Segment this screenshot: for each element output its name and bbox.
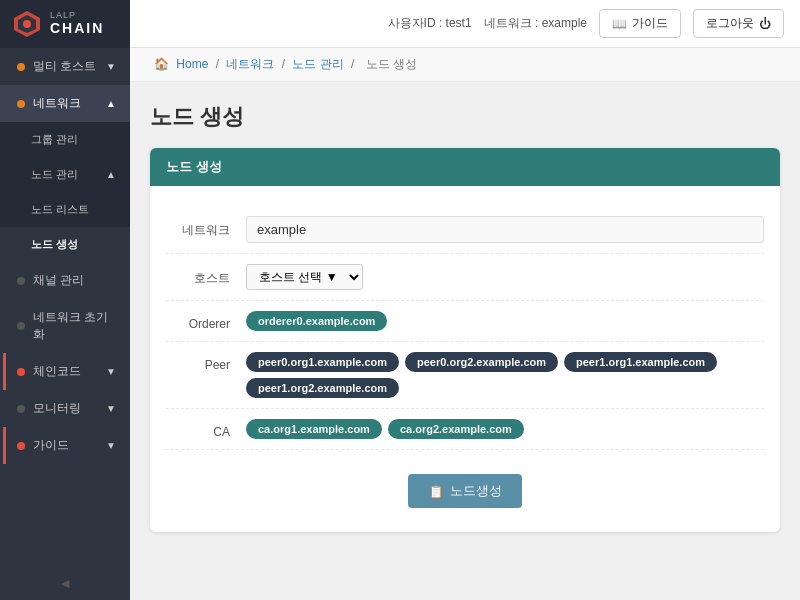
arrow-icon: ▼: [106, 366, 116, 377]
sidebar-item-node-list[interactable]: 노드 리스트: [0, 192, 130, 227]
dot-icon: [17, 63, 25, 71]
logo-text: LALP CHAIN: [50, 11, 104, 36]
peer-tags: peer0.org1.example.compeer0.org2.example…: [246, 352, 764, 398]
orderer-row: Orderer orderer0.example.com: [166, 301, 764, 342]
sidebar-label-channel-mgmt: 채널 관리: [33, 272, 84, 289]
power-icon: ⏻: [759, 17, 771, 31]
breadcrumb-home-icon: 🏠: [154, 57, 169, 71]
peer-tag[interactable]: peer1.org1.example.com: [564, 352, 717, 372]
sidebar-item-node-mgmt[interactable]: 노드 관리 ▲: [0, 157, 130, 192]
card-body: 네트워크 호스트 호스트 선택 ▼ Orderer: [150, 186, 780, 532]
sidebar-item-network[interactable]: 네트워크 ▲: [0, 85, 130, 122]
sidebar-item-channel-mgmt[interactable]: 채널 관리: [0, 262, 130, 299]
network-input[interactable]: [246, 216, 764, 243]
peer-tag[interactable]: peer0.org2.example.com: [405, 352, 558, 372]
breadcrumb-sep3: /: [351, 57, 358, 71]
breadcrumb-home[interactable]: Home: [176, 57, 208, 71]
node-create-btn-label: 노드생성: [450, 482, 502, 500]
sidebar-label-node-create: 노드 생성: [31, 237, 78, 252]
sidebar: LALP CHAIN 멀티 호스트 ▼ 네트워크 ▲ 그룹 관리 노드 관리 ▲…: [0, 0, 130, 600]
host-label: 호스트: [166, 264, 246, 287]
topbar-network: 네트워크 : example: [484, 15, 587, 32]
breadcrumb-node-create: 노드 생성: [366, 57, 417, 71]
ca-tag[interactable]: ca.org2.example.com: [388, 419, 524, 439]
dot-icon: [17, 100, 25, 108]
sidebar-label-guide: 가이드: [33, 437, 69, 454]
dot-icon: [17, 405, 25, 413]
network-label: 네트워크: [166, 216, 246, 239]
arrow-icon: ▲: [106, 98, 116, 109]
logout-button[interactable]: 로그아웃 ⏻: [693, 9, 784, 38]
network-row: 네트워크: [166, 206, 764, 254]
sidebar-item-multi-host[interactable]: 멀티 호스트 ▼: [0, 48, 130, 85]
content: 노드 생성 노드 생성 네트워크 호스트 호스트 선택 ▼: [130, 82, 800, 600]
arrow-icon: ▼: [106, 403, 116, 414]
topbar-user: 사용자ID : test1: [388, 15, 472, 32]
arrow-icon: ▲: [106, 169, 116, 180]
topbar: 사용자ID : test1 네트워크 : example 📖 가이드 로그아웃 …: [130, 0, 800, 48]
breadcrumb-sep1: /: [216, 57, 223, 71]
sidebar-label-multi-host: 멀티 호스트: [33, 58, 96, 75]
orderer-tags: orderer0.example.com: [246, 311, 764, 331]
ca-label: CA: [166, 419, 246, 439]
guide-btn-label: 가이드: [632, 15, 668, 32]
host-row: 호스트 호스트 선택 ▼: [166, 254, 764, 301]
breadcrumb-node-mgmt[interactable]: 노드 관리: [292, 57, 343, 71]
sidebar-node-submenu: 노드 리스트 노드 생성: [0, 192, 130, 262]
dot-icon: [17, 277, 25, 285]
sidebar-item-monitoring[interactable]: 모니터링 ▼: [0, 390, 130, 427]
dot-icon: [17, 442, 25, 450]
node-create-card: 노드 생성 네트워크 호스트 호스트 선택 ▼: [150, 148, 780, 532]
sidebar-item-chaincode[interactable]: 체인코드 ▼: [0, 353, 130, 390]
ca-tags: ca.org1.example.comca.org2.example.com: [246, 419, 764, 439]
peer-row: Peer peer0.org1.example.compeer0.org2.ex…: [166, 342, 764, 409]
main: 사용자ID : test1 네트워크 : example 📖 가이드 로그아웃 …: [130, 0, 800, 600]
peer-tag[interactable]: peer0.org1.example.com: [246, 352, 399, 372]
breadcrumb-network[interactable]: 네트워크: [226, 57, 274, 71]
svg-point-2: [23, 20, 31, 28]
sidebar-item-node-create[interactable]: 노드 생성: [0, 227, 130, 262]
sidebar-item-network-init[interactable]: 네트워크 초기화: [0, 299, 130, 353]
button-wrap: 📋 노드생성: [166, 450, 764, 508]
breadcrumb-sep2: /: [282, 57, 289, 71]
sidebar-label-network: 네트워크: [33, 95, 81, 112]
sidebar-label-network-init: 네트워크 초기화: [33, 309, 116, 343]
logo-icon: [12, 9, 42, 39]
orderer-tag[interactable]: orderer0.example.com: [246, 311, 387, 331]
sidebar-label-node-list: 노드 리스트: [31, 202, 89, 217]
node-create-icon: 📋: [428, 484, 444, 499]
sidebar-label-chaincode: 체인코드: [33, 363, 81, 380]
sidebar-item-guide[interactable]: 가이드 ▼: [0, 427, 130, 464]
card-header: 노드 생성: [150, 148, 780, 186]
sidebar-label-node-mgmt: 노드 관리: [31, 167, 78, 182]
breadcrumb: 🏠 Home / 네트워크 / 노드 관리 / 노드 생성: [130, 48, 800, 82]
network-control: [246, 216, 764, 243]
peer-tag[interactable]: peer1.org2.example.com: [246, 378, 399, 398]
sidebar-network-submenu: 그룹 관리 노드 관리 ▲ 노드 리스트 노드 생성: [0, 122, 130, 262]
sidebar-collapse-btn[interactable]: ◀: [0, 567, 130, 600]
guide-button[interactable]: 📖 가이드: [599, 9, 681, 38]
host-control: 호스트 선택 ▼: [246, 264, 764, 290]
logout-btn-label: 로그아웃: [706, 15, 754, 32]
node-create-button[interactable]: 📋 노드생성: [408, 474, 522, 508]
arrow-icon: ▼: [106, 440, 116, 451]
dot-icon: [17, 368, 25, 376]
page-title: 노드 생성: [150, 102, 780, 132]
sidebar-label-monitoring: 모니터링: [33, 400, 81, 417]
orderer-label: Orderer: [166, 311, 246, 331]
guide-icon: 📖: [612, 17, 627, 31]
sidebar-logo: LALP CHAIN: [0, 0, 130, 48]
ca-tag[interactable]: ca.org1.example.com: [246, 419, 382, 439]
sidebar-item-group-mgmt[interactable]: 그룹 관리: [0, 122, 130, 157]
logo-chain: CHAIN: [50, 21, 104, 36]
sidebar-label-group-mgmt: 그룹 관리: [31, 132, 78, 147]
arrow-icon: ▼: [106, 61, 116, 72]
host-select[interactable]: 호스트 선택 ▼: [246, 264, 363, 290]
dot-icon: [17, 322, 25, 330]
ca-row: CA ca.org1.example.comca.org2.example.co…: [166, 409, 764, 450]
peer-label: Peer: [166, 352, 246, 372]
